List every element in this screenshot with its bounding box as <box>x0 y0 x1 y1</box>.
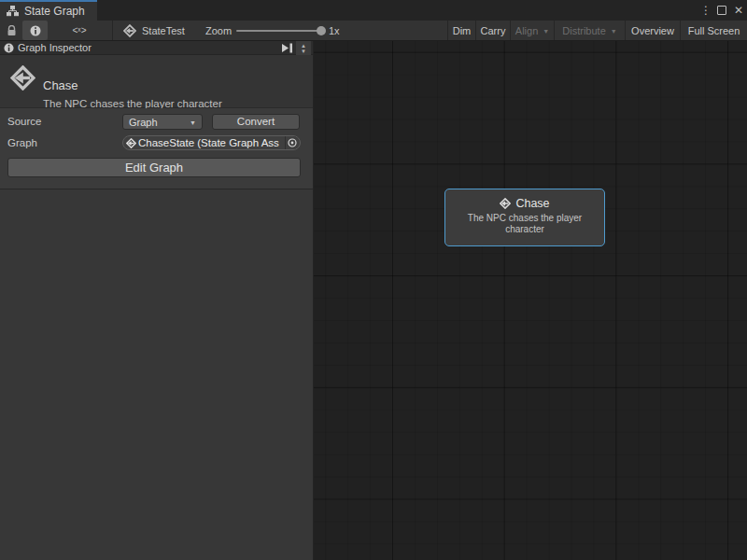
state-icon <box>126 138 136 148</box>
chevron-down-icon: ▼ <box>190 119 196 126</box>
window-controls: ⋮ ✕ <box>700 0 743 21</box>
zoom-slider-track[interactable] <box>236 30 318 32</box>
chevron-down-icon: ▼ <box>611 28 617 35</box>
graph-properties: Source Graph ▼ Convert Graph ChaseState … <box>0 108 313 189</box>
lock-button[interactable] <box>2 21 21 40</box>
info-icon <box>30 25 41 36</box>
zoom-label: Zoom <box>204 21 233 40</box>
graph-object-field[interactable]: ChaseState (State Graph Ass <box>122 135 301 150</box>
graph-inspector-panel: Graph Inspector ▲ ▼ Chase Th <box>0 41 313 560</box>
state-icon <box>123 24 136 37</box>
unity-window: State Graph ⋮ ✕ <ˣ> <box>0 0 747 560</box>
node-summary: Chase The NPC chases the player characte… <box>0 55 313 108</box>
graph-label: Graph <box>7 137 37 148</box>
distribute-button: Distribute ▼ <box>555 21 625 40</box>
chevron-down-icon: ▼ <box>543 28 549 35</box>
state-icon <box>10 65 35 91</box>
zoom-value: 1x <box>329 21 347 40</box>
window-menu-icon[interactable]: ⋮ <box>700 4 710 17</box>
source-label: Source <box>7 116 41 127</box>
inspector-title: Graph Inspector <box>18 41 92 55</box>
node-title-row: Chase <box>445 197 604 210</box>
info-icon <box>4 43 14 53</box>
dim-button[interactable]: Dim <box>448 21 475 40</box>
overview-button[interactable]: Overview <box>626 21 680 40</box>
carry-button[interactable]: Carry <box>476 21 510 40</box>
graph-toolbar: <ˣ> StateTest Zoom 1x Dim Carry <box>0 21 747 41</box>
edit-graph-button[interactable]: Edit Graph <box>7 158 301 177</box>
graph-asset-breadcrumb[interactable]: StateTest <box>123 21 190 40</box>
align-button: Align ▼ <box>511 21 554 40</box>
toolbar-separator <box>112 21 113 40</box>
code-graph-icon: <ˣ> <box>73 25 87 35</box>
full-screen-button[interactable]: Full Screen <box>681 21 747 40</box>
state-icon <box>500 198 511 209</box>
tab-state-graph[interactable]: State Graph <box>0 0 97 21</box>
graph-inspector-header: Graph Inspector ▲ ▼ <box>0 41 313 55</box>
collapse-panel-button[interactable] <box>279 42 294 54</box>
tab-bar: State Graph ⋮ ✕ <box>0 0 747 21</box>
pin-panel-icon <box>281 43 293 53</box>
node-description: The NPC chases the player character <box>455 213 595 235</box>
chase-state-node[interactable]: Chase The NPC chases the player characte… <box>444 189 605 246</box>
graph-object-value: ChaseState (State Graph Ass <box>138 137 285 148</box>
inspector-empty-area <box>0 189 313 560</box>
zoom-slider-handle[interactable] <box>317 26 326 35</box>
scroll-down-icon[interactable]: ▼ <box>301 49 306 54</box>
script-graph-button[interactable]: <ˣ> <box>63 21 95 40</box>
state-graph-tab-icon <box>7 6 19 17</box>
object-picker-button[interactable] <box>285 136 298 149</box>
source-dropdown[interactable]: Graph ▼ <box>122 114 203 130</box>
graph-canvas[interactable]: Chase The NPC chases the player characte… <box>314 41 747 560</box>
zoom-slider[interactable] <box>236 21 330 40</box>
panel-scroll-spinner[interactable]: ▲ ▼ <box>296 41 311 55</box>
node-title: Chase <box>43 78 78 92</box>
convert-button[interactable]: Convert <box>212 114 300 130</box>
inspector-toggle-button[interactable] <box>22 21 48 40</box>
close-icon[interactable]: ✕ <box>734 4 743 17</box>
object-picker-icon <box>288 138 297 147</box>
tab-label: State Graph <box>24 5 85 18</box>
node-title: Chase <box>515 197 549 210</box>
lock-icon <box>7 25 17 36</box>
maximize-icon[interactable] <box>717 6 726 15</box>
graph-name-label: StateTest <box>142 25 185 36</box>
